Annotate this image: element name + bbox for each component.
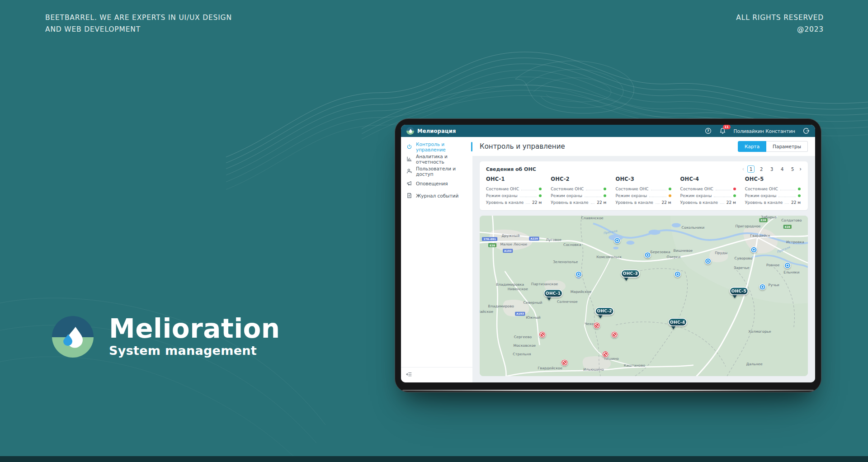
map-town-label: Солнечное — [557, 300, 578, 304]
credit-text-left: BEETBARREL. WE ARE EXPERTS IN UI/UX DESI… — [45, 12, 232, 35]
station-ОНС-3: ОНС-3Состояние ОНСРежим охраныУровень в … — [615, 176, 680, 206]
station-row: Состояние ОНС — [486, 185, 542, 192]
status-dot-green — [604, 188, 606, 190]
alert-marker-icon[interactable] — [594, 322, 600, 329]
map-town-label: Зеленополье — [553, 260, 578, 264]
dotted-leader — [785, 203, 789, 204]
road-badge: А229 — [529, 236, 539, 240]
svg-text:?: ? — [707, 129, 709, 133]
map-town-label: Малое Лесное — [500, 242, 527, 246]
station-row-label: Уровень в канале — [615, 200, 653, 205]
map-town-label: Стрельня — [513, 352, 531, 356]
tab-map[interactable]: Карта — [738, 141, 766, 152]
pagination-next-icon[interactable]: › — [799, 166, 802, 172]
sidebar-item-analytics[interactable]: Аналитика и отчетность — [401, 153, 472, 165]
station-row-value: 22 м — [726, 200, 736, 205]
map[interactable]: СлавянскоеДружныйМалое ЛесноеЛуговоеСосн… — [480, 216, 808, 376]
pagination-page-4[interactable]: 4 — [778, 165, 786, 173]
station-marker-icon[interactable] — [760, 284, 765, 290]
pagination-page-1[interactable]: 1 — [747, 165, 755, 173]
svg-text:ОНС-1: ОНС-1 — [546, 291, 561, 296]
status-dot-green — [798, 194, 801, 197]
dotted-leader — [521, 190, 537, 190]
map-town-label: Солдатово — [781, 218, 802, 222]
map-town-label: Истровка — [786, 240, 804, 244]
alert-marker-icon[interactable] — [611, 331, 618, 338]
contour-lines-decoration-2 — [0, 271, 326, 461]
station-row: Режим охраны — [680, 192, 736, 199]
dotted-leader — [585, 197, 602, 197]
station-row-label: Режим охраны — [680, 193, 712, 198]
road-badge: Е28 — [760, 218, 768, 222]
station-row-label: Режим охраны — [745, 193, 777, 198]
pagination-page-5[interactable]: 5 — [789, 165, 796, 173]
map-town-label: Сосновка — [563, 243, 581, 247]
station-row-label: Состояние ОНС — [745, 187, 778, 191]
station-marker-icon[interactable] — [784, 263, 790, 269]
station-row: Уровень в канале22 м — [745, 199, 801, 206]
station-row-value: 22 м — [662, 200, 671, 205]
sidebar-item-label: Контроль и управление — [416, 141, 467, 152]
sidebar-bottom — [401, 367, 472, 382]
station-row: Состояние ОНС — [615, 185, 671, 192]
station-name: ОНС-3 — [615, 176, 671, 182]
sidebar-items: Контроль и управлениеАналитика и отчетно… — [401, 141, 472, 202]
map-svg: СлавянскоеДружныйМалое ЛесноеЛуговоеСосн… — [480, 216, 808, 376]
logout-icon[interactable] — [803, 127, 810, 134]
station-name: ОНС-1 — [486, 176, 542, 182]
svg-text:Е28: Е28 — [761, 219, 766, 222]
station-row-label: Уровень в канале — [486, 200, 524, 205]
pagination-pages: 12345 — [747, 165, 796, 173]
journal-icon — [406, 193, 412, 198]
map-town-label: Озерки — [666, 255, 680, 259]
user-name[interactable]: Поливайкин Константин — [734, 128, 795, 134]
station-name: ОНС-4 — [680, 176, 736, 182]
brand-subtitle: System management — [109, 344, 280, 358]
station-row: Режим охраны — [551, 192, 606, 199]
help-icon[interactable]: ? — [705, 127, 712, 134]
station-ОНС-5: ОНС-5Состояние ОНСРежим охраныУровень в … — [745, 176, 802, 206]
stations-row: ОНС-1Состояние ОНСРежим охраныУровень в … — [486, 176, 802, 206]
pagination-page-2[interactable]: 2 — [758, 165, 765, 173]
station-marker-icon[interactable] — [705, 258, 711, 264]
alert-marker-icon[interactable] — [561, 359, 568, 366]
sidebar-item-control[interactable]: Контроль и управление — [401, 141, 472, 153]
app-header: Мелиорация ? 11 Поливайкин Константин — [401, 125, 815, 137]
station-marker-icon[interactable] — [614, 238, 620, 244]
sidebar-item-users[interactable]: Пользователи и доступ — [401, 165, 472, 177]
notifications-badge: 11 — [723, 125, 731, 129]
bottom-edge-strip — [0, 456, 868, 462]
alert-marker-icon[interactable] — [602, 351, 609, 358]
station-row: Состояние ОНС — [745, 185, 801, 192]
road-badge: Е28 — [488, 243, 496, 247]
dotted-leader — [526, 203, 530, 204]
stations-info-card: Сведения об ОНС ‹ 12345 › ОНС-1Состояние… — [480, 161, 808, 210]
station-ОНС-2: ОНС-2Состояние ОНСРежим охраныУровень в … — [551, 176, 615, 206]
pagination-page-3[interactable]: 3 — [768, 165, 775, 173]
map-town-label: Ильюшино — [583, 368, 604, 372]
station-marker-icon[interactable] — [751, 247, 757, 253]
road-badge: А193 — [503, 249, 513, 253]
tab-parameters[interactable]: Параметры — [766, 141, 808, 152]
map-town-label: Славянское — [581, 216, 604, 220]
map-town-label: Майское — [480, 310, 493, 314]
svg-text:Е28: Е28 — [490, 244, 495, 247]
status-dot-green — [539, 188, 542, 190]
status-dot-green — [669, 188, 671, 190]
sidebar-item-alerts[interactable]: Оповещения — [401, 177, 472, 189]
station-marker-icon[interactable] — [675, 271, 680, 277]
svg-text:ОНС-2: ОНС-2 — [597, 309, 612, 314]
station-marker-icon[interactable] — [645, 252, 651, 258]
station-row: Состояние ОНС — [551, 185, 606, 192]
pagination-prev-icon[interactable]: ‹ — [742, 166, 744, 172]
alert-marker-icon[interactable] — [539, 331, 546, 338]
collapse-sidebar-icon[interactable] — [406, 371, 412, 377]
station-marker-icon[interactable] — [576, 271, 581, 277]
station-row-label: Режим охраны — [615, 193, 647, 198]
map-town-label: Нивенское — [508, 288, 528, 292]
notifications-bell[interactable]: 11 — [719, 127, 726, 134]
sidebar-item-journal[interactable]: Журнал событий — [401, 189, 472, 202]
credit-text-right: ALL RIGHTS RESERVED @2023 — [736, 12, 824, 35]
dotted-leader — [714, 197, 731, 197]
map-town-label: Пригородное — [735, 224, 760, 228]
